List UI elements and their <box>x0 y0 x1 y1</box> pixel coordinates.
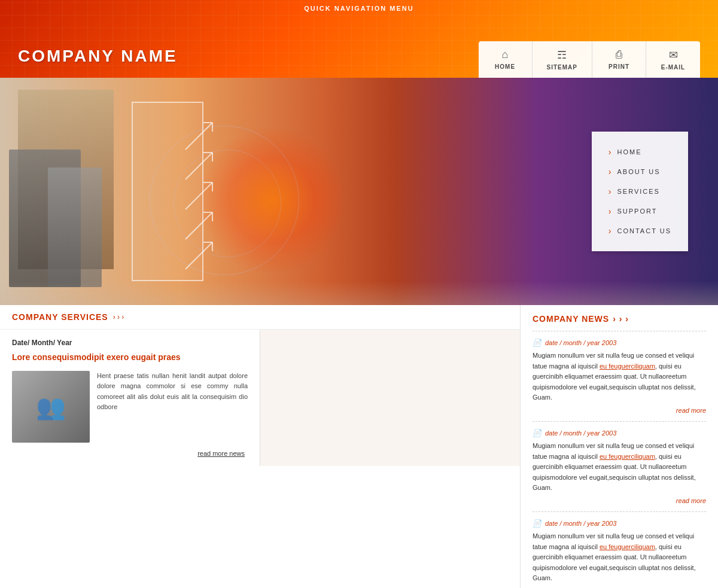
svg-line-6 <box>185 182 212 209</box>
print-icon: ⎙ <box>616 48 622 61</box>
hero-arrows <box>180 114 227 283</box>
company-news-title: COMPANY NEWS › › › <box>533 314 706 324</box>
service-text: Hent praese tatis nullan henit landit au… <box>97 371 248 443</box>
company-services-header: COMPANY SERVICES › › › <box>0 305 520 330</box>
read-more-2[interactable]: read more <box>533 497 706 504</box>
service-date: Date/ Month/ Year <box>12 339 248 347</box>
hero-bottom-fade <box>0 281 718 305</box>
services-arrows: › › › <box>113 313 124 321</box>
service-image <box>12 371 90 443</box>
nav-print[interactable]: ⎙ PRINT <box>592 41 646 78</box>
company-services-title: COMPANY SERVICES <box>12 312 108 322</box>
news-arrows: › › › <box>613 314 629 324</box>
news-item-1: 📄 date / month / year 2003 Mugiam nonull… <box>533 331 706 421</box>
hero-menu-home-label: HOME <box>617 148 642 156</box>
news-link-1[interactable]: eu feuguerciliquam <box>600 362 655 370</box>
person-silhouette-2 <box>48 167 102 287</box>
news-link-2[interactable]: eu feuguerciliquam <box>600 453 655 460</box>
hero-banner: › HOME › ABOUT US › SERVICES › SUPPORT ›… <box>0 78 718 305</box>
hero-menu-contact-label: CONTACT US <box>617 227 672 234</box>
service-headline: Lore consequismodipit exero eugait praes <box>12 352 248 364</box>
bullet-support: › <box>609 206 613 216</box>
hero-menu-support-label: SUPPORT <box>617 208 658 215</box>
news-link-3[interactable]: eu feuguerciliquam <box>600 543 655 550</box>
hero-menu-contact[interactable]: › CONTACT US <box>609 221 671 240</box>
news-date-1: 📄 date / month / year 2003 <box>533 339 706 347</box>
svg-line-3 <box>185 153 212 179</box>
services-col2 <box>260 330 520 466</box>
services-content: Date/ Month/ Year Lore consequismodipit … <box>0 330 260 466</box>
news-body-1: Mugiam nonullum ver sit nulla feug ue co… <box>533 351 706 403</box>
nav-home[interactable]: ⌂ HOME <box>479 41 533 78</box>
news-date-3: 📄 date / month / year 2003 <box>533 519 706 528</box>
services-row: Date/ Month/ Year Lore consequismodipit … <box>0 330 520 466</box>
nav-email[interactable]: ✉ E-MAIL <box>646 41 700 78</box>
bullet-home: › <box>609 147 613 157</box>
nav-email-label: E-MAIL <box>661 64 685 71</box>
news-date-icon-3: 📄 <box>533 519 541 528</box>
hero-menu-about-label: ABOUT US <box>617 168 661 175</box>
services-col1: Date/ Month/ Year Lore consequismodipit … <box>0 330 260 466</box>
quick-nav-label: QUICK NAVIGATION MENU <box>0 5 718 12</box>
service-body: Hent praese tatis nullan henit landit au… <box>12 371 248 443</box>
bullet-contact: › <box>609 226 613 236</box>
hero-menu-support[interactable]: › SUPPORT <box>609 202 671 221</box>
nav-print-label: PRINT <box>609 63 629 70</box>
hero-menu-home[interactable]: › HOME <box>609 142 671 162</box>
read-more-news-link[interactable]: read more news <box>12 450 248 457</box>
hero-menu-services-label: SERVICES <box>617 188 660 195</box>
news-date-2: 📄 date / month / year 2003 <box>533 429 706 437</box>
email-icon: ✉ <box>669 48 678 62</box>
news-date-text-2: date / month / year 2003 <box>545 429 616 437</box>
nav-sitemap[interactable]: ☶ SITEMAP <box>533 41 592 78</box>
site-header: QUICK NAVIGATION MENU COMPANY NAME ⌂ HOM… <box>0 0 718 78</box>
news-date-text-3: date / month / year 2003 <box>545 520 616 527</box>
news-body-2: Mugiam nonullum ver sit nulla feug ue co… <box>533 441 706 493</box>
home-icon: ⌂ <box>502 48 509 61</box>
hero-menu-about[interactable]: › ABOUT US <box>609 162 671 182</box>
nav-home-label: HOME <box>495 63 515 70</box>
bullet-services: › <box>609 187 613 196</box>
read-more-1[interactable]: read more <box>533 407 706 414</box>
hero-menu-services[interactable]: › SERVICES <box>609 182 671 202</box>
svg-line-0 <box>185 123 212 150</box>
svg-line-12 <box>185 242 212 269</box>
bullet-about: › <box>609 167 613 176</box>
news-date-icon-2: 📄 <box>533 429 541 437</box>
nav-sitemap-label: SITEMAP <box>547 64 577 71</box>
sitemap-icon: ☶ <box>557 48 567 62</box>
left-main: COMPANY SERVICES › › › Date/ Month/ Year… <box>0 305 521 588</box>
below-hero: COMPANY SERVICES › › › Date/ Month/ Year… <box>0 305 718 588</box>
news-item-2: 📄 date / month / year 2003 Mugiam nonull… <box>533 421 706 511</box>
svg-line-9 <box>185 212 212 239</box>
news-title-text: COMPANY NEWS <box>533 314 609 324</box>
sidebar-right: COMPANY NEWS › › › 📄 date / month / year… <box>521 305 718 588</box>
company-name: COMPANY NAME <box>0 47 479 78</box>
news-date-text-1: date / month / year 2003 <box>545 339 616 346</box>
news-item-3: 📄 date / month / year 2003 Mugiam nonull… <box>533 511 706 588</box>
news-body-3: Mugiam nonullum ver sit nulla feug ue co… <box>533 531 706 584</box>
hero-overlay-menu: › HOME › ABOUT US › SERVICES › SUPPORT ›… <box>592 132 688 251</box>
nav-menu: ⌂ HOME ☶ SITEMAP ⎙ PRINT ✉ E-MAIL <box>479 41 700 78</box>
news-date-icon-1: 📄 <box>533 339 541 347</box>
